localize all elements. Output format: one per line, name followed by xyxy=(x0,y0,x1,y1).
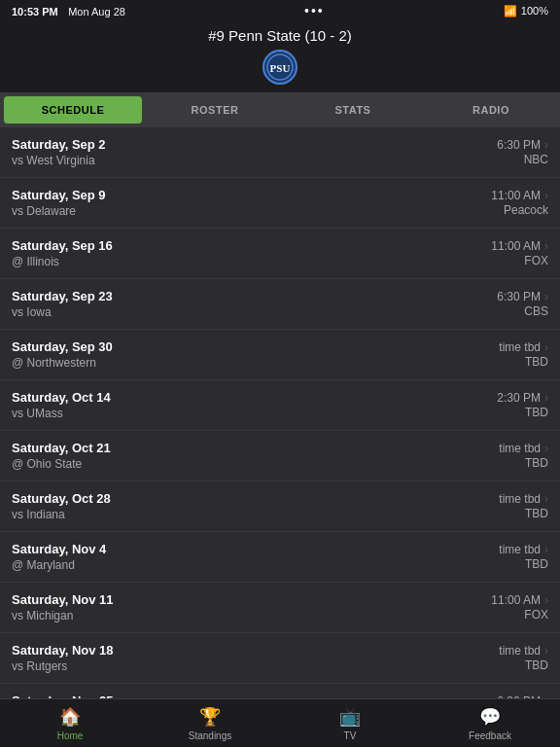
game-time-info-0: 6:30 PM›NBC xyxy=(497,138,548,166)
game-time-6: time tbd xyxy=(499,442,541,455)
game-opponent-0: vs West Virginia xyxy=(12,154,106,167)
game-network-9: FOX xyxy=(524,608,548,622)
game-date-4: Saturday, Sep 30 xyxy=(12,339,113,354)
game-network-7: TBD xyxy=(525,507,548,520)
game-info-10: Saturday, Nov 18vs Rutgers xyxy=(12,643,114,673)
nav-standings[interactable]: 🏆Standings xyxy=(140,699,280,747)
game-info-6: Saturday, Oct 21@ Ohio State xyxy=(12,441,111,471)
game-date-9: Saturday, Nov 11 xyxy=(12,592,114,607)
chevron-icon-6: › xyxy=(544,442,548,455)
status-dots: ••• xyxy=(304,3,325,18)
game-network-3: CBS xyxy=(524,304,548,318)
schedule-item-1[interactable]: Saturday, Sep 9vs Delaware11:00 AM›Peaco… xyxy=(0,178,560,229)
game-network-0: NBC xyxy=(524,153,548,166)
game-time-info-3: 6:30 PM›CBS xyxy=(497,290,548,318)
chevron-icon-0: › xyxy=(544,138,548,152)
game-info-8: Saturday, Nov 4@ Maryland xyxy=(12,542,106,572)
game-time-5: 2:30 PM xyxy=(497,391,541,405)
schedule-item-10[interactable]: Saturday, Nov 18vs Rutgerstime tbd›TBD xyxy=(0,633,560,684)
status-time: 10:53 PM xyxy=(12,6,58,18)
game-info-5: Saturday, Oct 14vs UMass xyxy=(12,390,111,420)
schedule-list: Saturday, Sep 2vs West Virginia6:30 PM›N… xyxy=(0,127,560,703)
game-date-7: Saturday, Oct 28 xyxy=(12,491,111,506)
game-network-4: TBD xyxy=(525,355,548,369)
game-info-9: Saturday, Nov 11vs Michigan xyxy=(12,592,114,622)
game-network-5: TBD xyxy=(525,406,548,419)
game-info-3: Saturday, Sep 23vs Iowa xyxy=(12,289,113,319)
standings-label: Standings xyxy=(189,730,231,741)
schedule-item-2[interactable]: Saturday, Sep 16@ Illinois11:00 AM›FOX xyxy=(0,229,560,279)
status-date: Mon Aug 28 xyxy=(68,6,125,18)
schedule-item-9[interactable]: Saturday, Nov 11vs Michigan11:00 AM›FOX xyxy=(0,583,560,633)
schedule-item-4[interactable]: Saturday, Sep 30@ Northwesterntime tbd›T… xyxy=(0,330,560,380)
game-time-info-1: 11:00 AM›Peacock xyxy=(491,189,548,217)
game-network-8: TBD xyxy=(525,557,548,571)
standings-icon: 🏆 xyxy=(199,706,221,728)
game-opponent-9: vs Michigan xyxy=(12,609,114,622)
penn-state-logo-svg: PSU xyxy=(266,53,294,81)
game-opponent-1: vs Delaware xyxy=(12,204,106,218)
game-opponent-5: vs UMass xyxy=(12,407,111,420)
game-date-8: Saturday, Nov 4 xyxy=(12,542,106,556)
schedule-item-6[interactable]: Saturday, Oct 21@ Ohio Statetime tbd›TBD xyxy=(0,431,560,481)
team-title: #9 Penn State (10 - 2) xyxy=(0,27,560,44)
game-opponent-6: @ Ohio State xyxy=(12,457,111,471)
chevron-icon-2: › xyxy=(544,239,548,253)
status-bar: 10:53 PM Mon Aug 28 ••• 📶 100% xyxy=(0,0,560,21)
game-time-4: time tbd xyxy=(499,340,541,354)
game-date-0: Saturday, Sep 2 xyxy=(12,137,106,152)
game-time-9: 11:00 AM xyxy=(491,593,541,607)
nav-home[interactable]: 🏠Home xyxy=(0,699,140,747)
game-info-4: Saturday, Sep 30@ Northwestern xyxy=(12,339,113,370)
tab-radio[interactable]: RADIO xyxy=(422,92,560,127)
game-date-6: Saturday, Oct 21 xyxy=(12,441,111,455)
schedule-item-7[interactable]: Saturday, Oct 28vs Indianatime tbd›TBD xyxy=(0,481,560,532)
game-opponent-4: @ Northwestern xyxy=(12,356,113,370)
game-date-3: Saturday, Sep 23 xyxy=(12,289,113,303)
game-info-2: Saturday, Sep 16@ Illinois xyxy=(12,238,113,268)
game-time-info-10: time tbd›TBD xyxy=(499,644,548,672)
chevron-icon-3: › xyxy=(544,290,548,303)
schedule-item-0[interactable]: Saturday, Sep 2vs West Virginia6:30 PM›N… xyxy=(0,127,560,178)
game-date-10: Saturday, Nov 18 xyxy=(12,643,114,658)
feedback-label: Feedback xyxy=(469,730,511,741)
team-logo: PSU xyxy=(262,50,298,85)
chevron-icon-8: › xyxy=(544,543,548,556)
game-time-info-7: time tbd›TBD xyxy=(499,492,548,520)
tab-roster[interactable]: ROSTER xyxy=(146,92,284,127)
game-info-0: Saturday, Sep 2vs West Virginia xyxy=(12,137,106,167)
game-opponent-3: vs Iowa xyxy=(12,305,113,319)
game-opponent-2: @ Illinois xyxy=(12,255,113,268)
game-network-6: TBD xyxy=(525,456,548,470)
game-date-5: Saturday, Oct 14 xyxy=(12,390,111,405)
chevron-icon-1: › xyxy=(544,189,548,202)
game-time-info-8: time tbd›TBD xyxy=(499,543,548,571)
nav-tv[interactable]: 📺TV xyxy=(280,699,420,747)
schedule-item-8[interactable]: Saturday, Nov 4@ Marylandtime tbd›TBD xyxy=(0,532,560,583)
chevron-icon-10: › xyxy=(544,644,548,658)
game-time-info-6: time tbd›TBD xyxy=(499,442,548,470)
status-right: 📶 100% xyxy=(504,5,548,18)
nav-feedback[interactable]: 💬Feedback xyxy=(420,699,560,747)
tv-label: TV xyxy=(344,730,357,741)
game-network-10: TBD xyxy=(525,658,548,672)
svg-text:PSU: PSU xyxy=(270,62,291,74)
schedule-item-5[interactable]: Saturday, Oct 14vs UMass2:30 PM›TBD xyxy=(0,380,560,431)
chevron-icon-9: › xyxy=(544,593,548,607)
tab-stats[interactable]: STATS xyxy=(284,92,422,127)
tab-schedule[interactable]: SCHEDULE xyxy=(4,96,142,124)
schedule-item-3[interactable]: Saturday, Sep 23vs Iowa6:30 PM›CBS xyxy=(0,279,560,330)
game-info-7: Saturday, Oct 28vs Indiana xyxy=(12,491,111,521)
home-label: Home xyxy=(57,730,84,741)
game-opponent-7: vs Indiana xyxy=(12,508,111,521)
game-time-info-4: time tbd›TBD xyxy=(499,340,548,369)
game-opponent-10: vs Rutgers xyxy=(12,659,114,673)
game-time-7: time tbd xyxy=(499,492,541,506)
game-time-2: 11:00 AM xyxy=(491,239,541,253)
app-header: #9 Penn State (10 - 2) PSU xyxy=(0,21,560,92)
game-date-2: Saturday, Sep 16 xyxy=(12,238,113,253)
game-time-1: 11:00 AM xyxy=(491,189,541,202)
wifi-icon: 📶 xyxy=(504,5,517,18)
home-icon: 🏠 xyxy=(59,706,81,728)
tab-bar: SCHEDULEROSTERSTATSRADIO xyxy=(0,92,560,127)
